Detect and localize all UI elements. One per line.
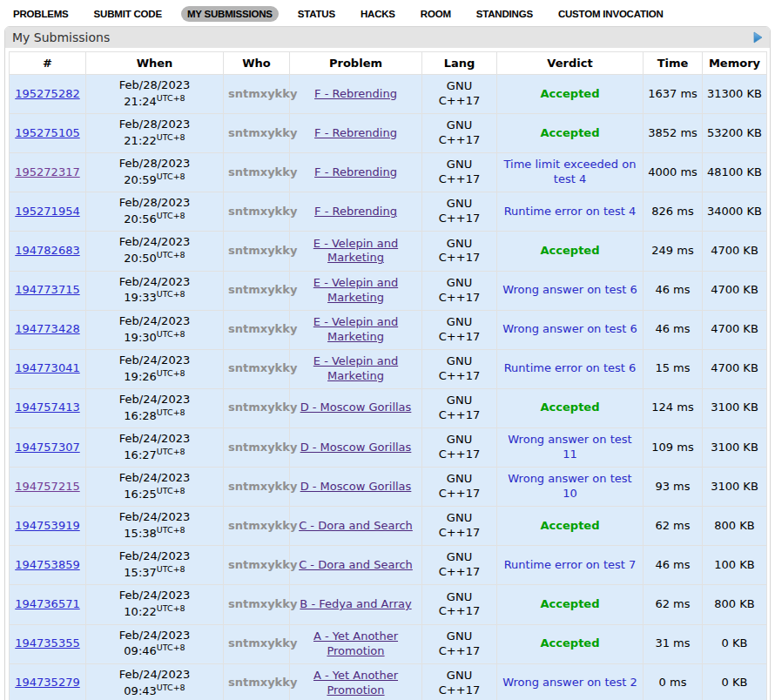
user-link[interactable]: sntmxykky	[228, 244, 297, 257]
submission-time: 249 ms	[644, 232, 703, 271]
submission-id-link[interactable]: 194735279	[15, 676, 79, 689]
user-link[interactable]: sntmxykky	[228, 87, 297, 100]
submissions-panel: My Submissions #	[4, 26, 771, 700]
problem-link[interactable]: F - Rebrending	[314, 126, 397, 139]
submission-id-link[interactable]: 194757307	[15, 441, 79, 454]
submission-id-link[interactable]: 194773041	[15, 361, 79, 374]
nav-item-status[interactable]: STATUS	[292, 6, 341, 22]
user-link[interactable]: sntmxykky	[228, 558, 297, 571]
problem-link[interactable]: E - Velepin and Marketing	[313, 276, 398, 304]
user-link[interactable]: sntmxykky	[228, 636, 297, 650]
user-link[interactable]: sntmxykky	[228, 480, 297, 493]
submission-time: 15 ms	[644, 349, 703, 388]
verdict-text[interactable]: Time limit exceeded on test 4	[504, 158, 637, 185]
submission-id-link[interactable]: 194773428	[15, 322, 79, 335]
submission-memory: 4700 KB	[703, 310, 767, 349]
submission-when: Feb/24/202319:26UTC+8	[86, 349, 224, 388]
verdict-text[interactable]: Wrong answer on test 6	[502, 322, 637, 335]
user-link[interactable]: sntmxykky	[228, 519, 297, 532]
column-header-memory: Memory	[703, 52, 767, 75]
nav-item-problems[interactable]: PROBLEMS	[7, 6, 75, 22]
verdict-text[interactable]: Wrong answer on test 2	[502, 676, 637, 689]
submission-id-link[interactable]: 194735355	[15, 636, 79, 650]
table-row: 194773715Feb/24/202319:33UTC+8sntmxykkyE…	[10, 271, 767, 310]
nav-item-hacks[interactable]: HACKS	[354, 6, 401, 22]
problem-link[interactable]: A - Yet Another Promotion	[313, 629, 398, 657]
submission-id-link[interactable]: 194753859	[15, 558, 79, 571]
user-link[interactable]: sntmxykky	[228, 126, 297, 139]
submission-id-link[interactable]: 195272317	[15, 165, 79, 178]
problem-link[interactable]: F - Rebrending	[314, 87, 397, 100]
nav-item-my-submissions[interactable]: MY SUBMISSIONS	[181, 6, 279, 22]
nav-item-standings[interactable]: STANDINGS	[470, 6, 539, 22]
verdict-text[interactable]: Wrong answer on test 10	[508, 472, 631, 500]
submission-memory: 3100 KB	[703, 427, 767, 467]
verdict-text[interactable]: Accepted	[541, 597, 600, 610]
user-link[interactable]: sntmxykky	[228, 165, 297, 178]
submission-id-link[interactable]: 195271954	[15, 205, 79, 218]
table-row: 194735355Feb/24/202309:46UTC+8sntmxykkyA…	[10, 624, 767, 663]
user-link[interactable]: sntmxykky	[228, 361, 297, 374]
problem-link[interactable]: F - Rebrending	[314, 205, 397, 218]
submission-memory: 34000 KB	[703, 192, 767, 232]
problem-link[interactable]: D - Moscow Gorillas	[300, 441, 412, 454]
verdict-text[interactable]: Wrong answer on test 6	[502, 283, 637, 296]
submission-when: Feb/24/202316:28UTC+8	[86, 388, 224, 427]
verdict-text[interactable]: Accepted	[541, 126, 600, 139]
user-link[interactable]: sntmxykky	[228, 676, 297, 689]
problem-link[interactable]: C - Dora and Search	[299, 519, 413, 532]
panel-title: My Submissions	[12, 30, 110, 44]
problem-link[interactable]: E - Velepin and Marketing	[313, 315, 398, 343]
submission-id-link[interactable]: 194757215	[15, 480, 79, 493]
nav-item-custom-invocation[interactable]: CUSTOM INVOCATION	[552, 6, 670, 22]
problem-link[interactable]: A - Yet Another Promotion	[313, 669, 398, 697]
submission-when: Feb/24/202320:50UTC+8	[86, 232, 224, 271]
table-row: 194773041Feb/24/202319:26UTC+8sntmxykkyE…	[10, 349, 767, 388]
user-link[interactable]: sntmxykky	[228, 400, 297, 414]
problem-link[interactable]: B - Fedya and Array	[300, 597, 411, 610]
submission-id-link[interactable]: 194773715	[15, 283, 79, 296]
submission-memory: 100 KB	[703, 546, 767, 585]
problem-link[interactable]: E - Velepin and Marketing	[313, 237, 398, 265]
collapse-arrow-icon[interactable]	[753, 31, 763, 44]
verdict-text[interactable]: Accepted	[541, 636, 600, 650]
nav-item-submit-code[interactable]: SUBMIT CODE	[88, 6, 168, 22]
submission-memory: 4700 KB	[703, 349, 767, 388]
verdict-text[interactable]: Runtime error on test 4	[504, 205, 637, 218]
problem-link[interactable]: C - Dora and Search	[299, 558, 413, 571]
user-link[interactable]: sntmxykky	[228, 283, 297, 296]
problem-link[interactable]: F - Rebrending	[314, 165, 397, 178]
column-header-who: Who	[224, 52, 290, 75]
problem-link[interactable]: D - Moscow Gorillas	[300, 480, 412, 493]
table-row: 194735279Feb/24/202309:43UTC+8sntmxykkyA…	[10, 663, 767, 700]
problem-link[interactable]: D - Moscow Gorillas	[300, 400, 412, 414]
verdict-text[interactable]: Runtime error on test 7	[504, 558, 637, 571]
user-link[interactable]: sntmxykky	[228, 597, 297, 610]
submission-when: Feb/24/202309:46UTC+8	[86, 624, 224, 663]
submission-time: 1637 ms	[644, 75, 703, 114]
verdict-text[interactable]: Accepted	[541, 400, 600, 414]
submission-lang: GNU C++17	[422, 192, 497, 232]
problem-link[interactable]: E - Velepin and Marketing	[313, 354, 398, 382]
nav-item-room[interactable]: ROOM	[414, 6, 457, 22]
submission-lang: GNU C++17	[422, 75, 497, 114]
verdict-text[interactable]: Accepted	[541, 244, 600, 257]
submission-id-link[interactable]: 194736571	[15, 597, 79, 610]
submission-when: Feb/24/202316:27UTC+8	[86, 427, 224, 467]
user-link[interactable]: sntmxykky	[228, 322, 297, 335]
user-link[interactable]: sntmxykky	[228, 205, 297, 218]
submission-id-link[interactable]: 194753919	[15, 519, 79, 532]
submission-id-link[interactable]: 194782683	[15, 244, 79, 257]
submission-id-link[interactable]: 195275105	[15, 126, 79, 139]
verdict-text[interactable]: Accepted	[541, 519, 600, 532]
verdict-text[interactable]: Runtime error on test 6	[504, 361, 637, 374]
submission-id-link[interactable]: 195275282	[15, 87, 79, 100]
submission-id-link[interactable]: 194757413	[15, 400, 79, 414]
user-link[interactable]: sntmxykky	[228, 441, 297, 454]
table-row: 194757413Feb/24/202316:28UTC+8sntmxykkyD…	[10, 388, 767, 427]
column-header-id: #	[10, 52, 86, 75]
verdict-text[interactable]: Accepted	[541, 87, 600, 100]
verdict-text[interactable]: Wrong answer on test 11	[508, 433, 631, 461]
table-row: 195275282Feb/28/202321:24UTC+8sntmxykkyF…	[10, 75, 767, 114]
submission-lang: GNU C++17	[422, 427, 497, 467]
